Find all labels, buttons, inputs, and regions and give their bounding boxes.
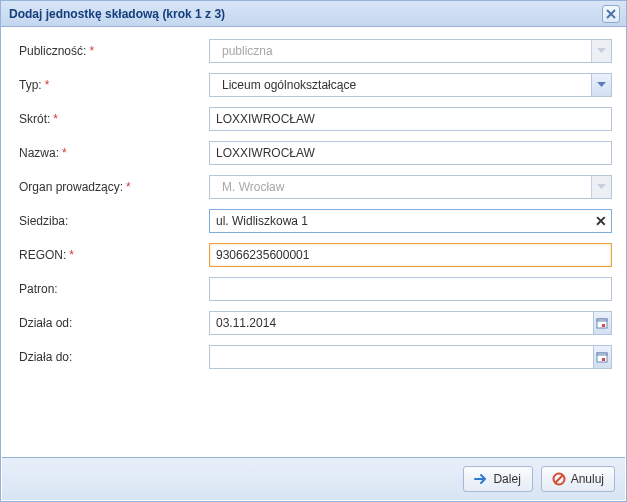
row-publicznosc: Publiczność: * publiczna bbox=[19, 39, 612, 63]
cancel-icon bbox=[552, 472, 566, 486]
cancel-button-label: Anuluj bbox=[571, 472, 604, 486]
label-patron: Patron: bbox=[19, 282, 209, 296]
svg-rect-4 bbox=[597, 353, 607, 355]
label-typ: Typ: * bbox=[19, 78, 209, 92]
required-marker: * bbox=[69, 248, 74, 262]
row-skrot: Skrót: * bbox=[19, 107, 612, 131]
row-nazwa: Nazwa: * bbox=[19, 141, 612, 165]
label-siedziba: Siedziba: bbox=[19, 214, 209, 228]
required-marker: * bbox=[89, 44, 94, 58]
label-dziala-od: Działa od: bbox=[19, 316, 209, 330]
required-marker: * bbox=[45, 78, 50, 92]
arrow-right-icon bbox=[474, 472, 488, 486]
row-organ: Organ prowadzący: * M. Wrocław bbox=[19, 175, 612, 199]
svg-rect-2 bbox=[602, 324, 605, 327]
label-skrot: Skrót: * bbox=[19, 112, 209, 126]
row-dziala-od: Działa od: bbox=[19, 311, 612, 335]
form-body: Publiczność: * publiczna Typ: * Liceum o… bbox=[1, 27, 626, 445]
label-nazwa: Nazwa: * bbox=[19, 146, 209, 160]
input-dziala-od[interactable] bbox=[209, 311, 594, 335]
window-title: Dodaj jednostkę składową (krok 1 z 3) bbox=[9, 7, 602, 21]
footer-toolbar: Dalej Anuluj bbox=[2, 457, 625, 500]
datepicker-dziala-do-trigger[interactable] bbox=[593, 345, 612, 369]
titlebar: Dodaj jednostkę składową (krok 1 z 3) bbox=[1, 1, 626, 27]
calendar-icon bbox=[596, 351, 608, 363]
input-dziala-do[interactable] bbox=[209, 345, 594, 369]
cancel-button[interactable]: Anuluj bbox=[541, 466, 615, 492]
required-marker: * bbox=[53, 112, 58, 126]
row-dziala-do: Działa do: bbox=[19, 345, 612, 369]
combo-typ-trigger[interactable] bbox=[591, 74, 611, 96]
calendar-icon bbox=[596, 317, 608, 329]
close-button[interactable] bbox=[602, 5, 620, 23]
chevron-down-icon bbox=[597, 184, 606, 190]
next-button[interactable]: Dalej bbox=[463, 466, 533, 492]
combo-publicznosc-trigger bbox=[591, 40, 611, 62]
datepicker-dziala-od-trigger[interactable] bbox=[593, 311, 612, 335]
chevron-down-icon bbox=[597, 82, 606, 88]
dialog-window: Dodaj jednostkę składową (krok 1 z 3) Pu… bbox=[0, 0, 627, 502]
close-icon bbox=[606, 9, 616, 19]
row-regon: REGON: * bbox=[19, 243, 612, 267]
svg-rect-1 bbox=[597, 319, 607, 321]
label-dziala-do: Działa do: bbox=[19, 350, 209, 364]
combo-typ[interactable]: Liceum ogólnokształcące bbox=[209, 73, 612, 97]
combo-publicznosc: publiczna bbox=[209, 39, 612, 63]
chevron-down-icon bbox=[597, 48, 606, 54]
label-publicznosc: Publiczność: * bbox=[19, 44, 209, 58]
required-marker: * bbox=[62, 146, 67, 160]
clear-siedziba-icon[interactable]: ✕ bbox=[595, 214, 607, 228]
label-regon: REGON: * bbox=[19, 248, 209, 262]
label-organ: Organ prowadzący: * bbox=[19, 180, 209, 194]
input-nazwa[interactable] bbox=[209, 141, 612, 165]
combo-organ-trigger bbox=[591, 176, 611, 198]
next-button-label: Dalej bbox=[493, 472, 520, 486]
row-siedziba: Siedziba: ✕ bbox=[19, 209, 612, 233]
required-marker: * bbox=[126, 180, 131, 194]
input-regon[interactable] bbox=[209, 243, 612, 267]
input-skrot[interactable] bbox=[209, 107, 612, 131]
input-patron[interactable] bbox=[209, 277, 612, 301]
row-typ: Typ: * Liceum ogólnokształcące bbox=[19, 73, 612, 97]
svg-line-7 bbox=[555, 476, 562, 483]
combo-publicznosc-value: publiczna bbox=[216, 40, 591, 62]
combo-organ: M. Wrocław bbox=[209, 175, 612, 199]
combo-organ-value: M. Wrocław bbox=[216, 176, 591, 198]
input-siedziba[interactable] bbox=[209, 209, 612, 233]
combo-typ-value: Liceum ogólnokształcące bbox=[216, 74, 591, 96]
row-patron: Patron: bbox=[19, 277, 612, 301]
svg-rect-5 bbox=[602, 358, 605, 361]
